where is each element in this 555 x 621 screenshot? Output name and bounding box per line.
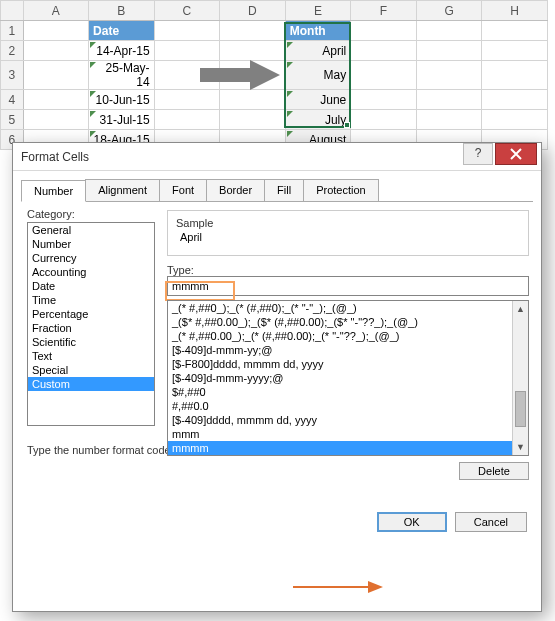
cell-E2[interactable]: April: [285, 41, 351, 61]
scroll-up-icon[interactable]: ▲: [513, 301, 528, 317]
row-1[interactable]: 1: [1, 21, 24, 41]
cell-C1[interactable]: [154, 21, 220, 41]
cell-B4[interactable]: 10-Jun-15: [89, 90, 155, 110]
tab-protection[interactable]: Protection: [303, 179, 379, 201]
format-code-item[interactable]: [$-F800]dddd, mmmm dd, yyyy: [168, 357, 528, 371]
sample-box: Sample April: [167, 210, 529, 256]
cell-B2[interactable]: 14-Apr-15: [89, 41, 155, 61]
scroll-down-icon[interactable]: ▼: [513, 439, 528, 455]
cell-A1[interactable]: [23, 21, 89, 41]
help-button[interactable]: ?: [463, 143, 493, 165]
dialog-tabs: Number Alignment Font Border Fill Protec…: [21, 179, 533, 202]
cell-E5[interactable]: July: [285, 110, 351, 130]
cell-G1[interactable]: [416, 21, 482, 41]
cell-D1[interactable]: [220, 21, 286, 41]
svg-marker-2: [368, 581, 383, 593]
category-item[interactable]: Time: [28, 293, 154, 307]
row-4[interactable]: 4: [1, 90, 24, 110]
category-item[interactable]: Scientific: [28, 335, 154, 349]
tab-font[interactable]: Font: [159, 179, 207, 201]
category-item[interactable]: General: [28, 223, 154, 237]
format-code-item[interactable]: _(* #,##0.00_);_(* (#,##0.00);_(* "-"??_…: [168, 329, 528, 343]
category-item[interactable]: Currency: [28, 251, 154, 265]
tab-alignment[interactable]: Alignment: [85, 179, 160, 201]
type-label: Type:: [167, 264, 529, 276]
col-B[interactable]: B: [89, 1, 155, 21]
ok-button[interactable]: OK: [377, 512, 447, 532]
svg-marker-0: [200, 60, 280, 90]
sample-value: April: [176, 229, 520, 245]
col-E[interactable]: E: [285, 1, 351, 21]
cell-B3[interactable]: 25-May-14: [89, 61, 155, 90]
category-item[interactable]: Percentage: [28, 307, 154, 321]
cell-F1[interactable]: [351, 21, 417, 41]
format-list-scrollbar[interactable]: ▲ ▼: [512, 301, 528, 455]
row-2[interactable]: 2: [1, 41, 24, 61]
col-D[interactable]: D: [220, 1, 286, 21]
format-code-item-selected[interactable]: mmmm: [168, 441, 528, 455]
tab-border[interactable]: Border: [206, 179, 265, 201]
annotation-arrow-icon: [293, 577, 383, 597]
select-all-corner[interactable]: [1, 1, 24, 21]
cell-E3[interactable]: May: [285, 61, 351, 90]
category-item-custom[interactable]: Custom: [28, 377, 154, 391]
col-F[interactable]: F: [351, 1, 417, 21]
scroll-thumb[interactable]: [515, 391, 526, 427]
format-cells-dialog: Format Cells ? Number Alignment Font Bor…: [12, 142, 542, 612]
sample-label: Sample: [176, 217, 520, 229]
row-5[interactable]: 5: [1, 110, 24, 130]
col-A[interactable]: A: [23, 1, 89, 21]
format-code-item[interactable]: _(* #,##0_);_(* (#,##0);_(* "-"_);_(@_): [168, 301, 528, 315]
category-item[interactable]: Date: [28, 279, 154, 293]
close-icon: [509, 147, 523, 161]
tab-number[interactable]: Number: [21, 180, 86, 202]
format-code-item[interactable]: [$-409]d-mmm-yyyy;@: [168, 371, 528, 385]
col-G[interactable]: G: [416, 1, 482, 21]
dialog-title: Format Cells: [21, 150, 89, 164]
format-code-item[interactable]: _($* #,##0.00_);_($* (#,##0.00);_($* "-"…: [168, 315, 528, 329]
format-code-list[interactable]: _(* #,##0_);_(* (#,##0);_(* "-"_);_(@_) …: [167, 300, 529, 456]
cell-A2[interactable]: [23, 41, 89, 61]
format-code-item[interactable]: [$-409]dddd, mmmm dd, yyyy: [168, 413, 528, 427]
category-item[interactable]: Text: [28, 349, 154, 363]
col-C[interactable]: C: [154, 1, 220, 21]
tab-fill[interactable]: Fill: [264, 179, 304, 201]
cell-C2[interactable]: [154, 41, 220, 61]
category-list[interactable]: General Number Currency Accounting Date …: [27, 222, 155, 426]
cell-H1[interactable]: [482, 21, 548, 41]
category-item[interactable]: Number: [28, 237, 154, 251]
fill-handle[interactable]: [344, 122, 350, 128]
format-code-item[interactable]: mmm: [168, 427, 528, 441]
cell-E1[interactable]: Month: [285, 21, 351, 41]
row-3[interactable]: 3: [1, 61, 24, 90]
cell-B1[interactable]: Date: [89, 21, 155, 41]
cell-E4[interactable]: June: [285, 90, 351, 110]
close-button[interactable]: [495, 143, 537, 165]
dialog-titlebar[interactable]: Format Cells ?: [13, 143, 541, 171]
format-code-item[interactable]: $#,##0: [168, 385, 528, 399]
category-item[interactable]: Special: [28, 363, 154, 377]
annotation-arrow-icon: [200, 60, 280, 90]
format-code-item[interactable]: #,##0.0: [168, 399, 528, 413]
cancel-button[interactable]: Cancel: [455, 512, 527, 532]
cell-B5[interactable]: 31-Jul-15: [89, 110, 155, 130]
category-item[interactable]: Accounting: [28, 265, 154, 279]
cell-D2[interactable]: [220, 41, 286, 61]
category-item[interactable]: Fraction: [28, 321, 154, 335]
format-code-item[interactable]: [$-409]d-mmm-yy;@: [168, 343, 528, 357]
delete-button[interactable]: Delete: [459, 462, 529, 480]
col-H[interactable]: H: [482, 1, 548, 21]
cell-F2[interactable]: [351, 41, 417, 61]
type-input[interactable]: [167, 276, 529, 296]
